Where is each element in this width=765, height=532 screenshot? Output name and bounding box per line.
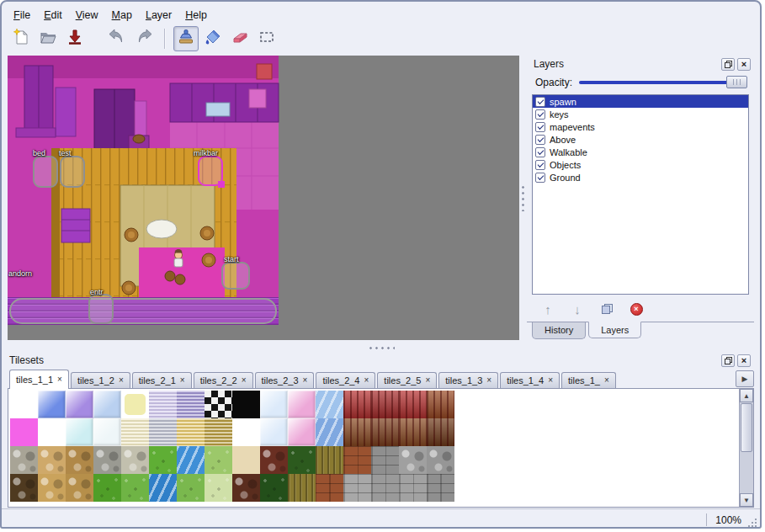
scroll-down-button[interactable]: ▼ [740,493,753,507]
tile-0-12[interactable] [343,391,371,418]
tile-2-3[interactable] [93,446,121,474]
vertical-splitter[interactable] [519,56,527,340]
delete-layer-button[interactable]: × [629,301,644,317]
layer-visibility-checkbox[interactable] [535,135,545,145]
tile-2-6[interactable] [177,446,205,474]
tab-close-icon[interactable]: × [180,376,185,385]
tile-2-10[interactable] [288,446,316,474]
tile-0-1[interactable] [38,391,66,418]
tile-1-13[interactable] [371,418,399,446]
tab-close-icon[interactable]: × [364,376,369,385]
open-file-button[interactable] [35,26,61,51]
map-canvas[interactable]: bedtestmilkbarstartandornentr [8,56,519,340]
tile-3-0[interactable] [10,474,38,502]
menu-file[interactable]: File [7,8,37,23]
tile-0-9[interactable] [260,391,288,418]
menu-view[interactable]: View [69,8,105,23]
tile-2-11[interactable] [316,446,343,474]
menu-map[interactable]: Map [105,8,139,23]
tile-2-12[interactable] [343,446,371,474]
tile-0-0[interactable] [10,391,38,418]
resize-grip[interactable] [748,519,757,528]
eraser-tool-button[interactable] [227,26,252,51]
opacity-slider-handle[interactable] [726,76,747,88]
layer-visibility-checkbox[interactable] [535,97,545,107]
tile-3-4[interactable] [121,474,149,502]
tile-3-8[interactable] [232,474,260,502]
tile-0-10[interactable] [288,391,316,418]
select-tool-button[interactable] [254,26,279,51]
tab-history[interactable]: History [532,322,586,339]
layer-row-Walkable[interactable]: Walkable [533,146,748,158]
layer-row-spawn[interactable]: spawn [533,95,748,108]
tab-close-icon[interactable]: × [242,376,247,385]
tile-2-13[interactable] [371,446,399,474]
tile-2-4[interactable] [121,446,149,474]
layers-float-button[interactable] [721,58,735,71]
tile-0-7[interactable] [205,391,232,418]
tile-3-3[interactable] [93,474,121,502]
save-file-button[interactable] [62,26,88,51]
tile-2-14[interactable] [399,446,427,474]
tileset-tabs-scroll-right-button[interactable]: ▶ [736,370,754,387]
tile-2-1[interactable] [38,446,66,474]
tab-close-icon[interactable]: × [486,376,491,385]
raise-layer-button[interactable]: ↑ [540,301,555,317]
redo-button[interactable] [131,26,157,51]
tile-3-5[interactable] [149,474,177,502]
tile-0-15[interactable] [427,391,454,418]
tile-0-3[interactable] [93,391,121,418]
tile-0-14[interactable] [399,391,427,418]
tile-1-9[interactable] [260,418,288,446]
menu-edit[interactable]: Edit [37,8,69,23]
tileset-tab-tiles_2_1[interactable]: tiles_2_1× [132,372,192,388]
tile-0-13[interactable] [371,391,399,418]
scroll-up-button[interactable]: ▲ [740,389,753,402]
tileset-tab-tiles_1_3[interactable]: tiles_1_3× [438,372,498,388]
tile-1-3[interactable] [93,418,121,446]
horizontal-splitter[interactable] [2,345,760,352]
tile-3-15[interactable] [427,474,454,502]
tile-3-2[interactable] [66,474,93,502]
layer-row-mapevents[interactable]: mapevents [533,120,748,133]
new-file-button[interactable] [8,26,34,51]
tileset-tab-tiles_1_2[interactable]: tiles_1_2× [71,372,130,388]
layers-close-button[interactable]: × [737,58,751,71]
tile-3-12[interactable] [343,474,371,502]
tile-3-10[interactable] [288,474,316,502]
tab-close-icon[interactable]: × [604,376,609,385]
tile-0-6[interactable] [177,391,205,418]
layer-visibility-checkbox[interactable] [535,160,545,170]
tile-1-6[interactable] [177,418,205,446]
tilesets-close-button[interactable]: × [737,354,751,367]
layer-row-Ground[interactable]: Ground [533,171,748,184]
tab-close-icon[interactable]: × [548,376,553,385]
layer-visibility-checkbox[interactable] [535,173,545,183]
tileset-tab-tiles_2_5[interactable]: tiles_2_5× [377,372,437,388]
tile-3-7[interactable] [205,474,232,502]
tile-2-5[interactable] [149,446,177,474]
tile-3-11[interactable] [316,474,343,502]
tilesets-float-button[interactable] [721,354,735,367]
tile-1-8[interactable] [232,418,260,446]
tab-close-icon[interactable]: × [303,376,308,385]
tile-0-8[interactable] [232,391,260,418]
tile-3-13[interactable] [371,474,399,502]
layer-row-keys[interactable]: keys [533,108,748,120]
fill-tool-button[interactable] [200,26,226,51]
tile-3-9[interactable] [260,474,288,502]
tile-2-0[interactable] [10,446,38,474]
tileset-tab-tiles_1_4[interactable]: tiles_1_4× [500,372,560,388]
tab-close-icon[interactable]: × [57,375,62,384]
tile-0-4[interactable] [121,391,149,418]
menu-layer[interactable]: Layer [139,8,178,23]
lower-layer-button[interactable]: ↓ [570,301,585,317]
layer-visibility-checkbox[interactable] [535,122,545,132]
tile-1-14[interactable] [399,418,427,446]
tile-0-2[interactable] [66,391,93,418]
tile-1-5[interactable] [149,418,177,446]
tile-1-1[interactable] [38,418,66,446]
tile-2-15[interactable] [427,446,454,474]
tile-1-10[interactable] [288,418,316,446]
tileset-tab-tiles_1_1[interactable]: tiles_1_1× [9,370,69,389]
